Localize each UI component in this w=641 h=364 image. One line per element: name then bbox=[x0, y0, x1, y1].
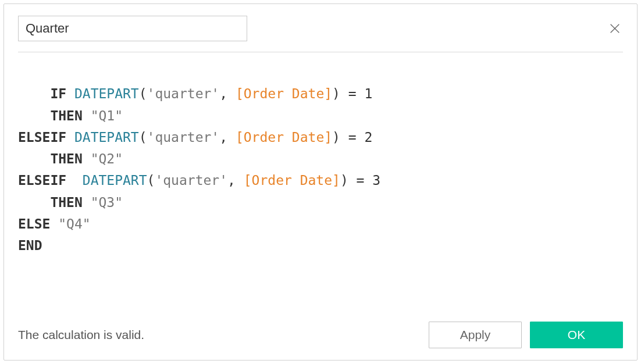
formula-token-plain: , bbox=[219, 86, 236, 101]
formula-token-plain: , bbox=[227, 173, 244, 188]
formula-token-plain: , bbox=[219, 130, 236, 145]
formula-token-plain bbox=[18, 195, 50, 210]
formula-token-kw: END bbox=[18, 238, 42, 253]
button-group: Apply OK bbox=[429, 322, 623, 348]
calculation-dialog: IF DATEPART('quarter', [Order Date]) = 1… bbox=[3, 3, 638, 361]
formula-token-plain bbox=[18, 151, 50, 166]
formula-token-plain bbox=[18, 108, 50, 123]
close-icon bbox=[608, 22, 621, 35]
formula-token-str: "Q4" bbox=[58, 216, 90, 231]
formula-token-kw: ELSE bbox=[18, 216, 58, 231]
formula-token-fn: DATEPART bbox=[83, 173, 147, 188]
formula-token-fn: DATEPART bbox=[74, 86, 139, 101]
formula-token-kw: IF bbox=[50, 86, 74, 101]
close-button[interactable] bbox=[607, 20, 623, 37]
formula-token-str: 'quarter' bbox=[147, 86, 220, 101]
formula-token-str: "Q2" bbox=[91, 151, 123, 166]
formula-token-plain: ) = 2 bbox=[332, 130, 372, 145]
formula-token-str: 'quarter' bbox=[155, 173, 227, 188]
formula-token-kw: THEN bbox=[50, 108, 90, 123]
formula-token-str: "Q3" bbox=[91, 195, 123, 210]
formula-token-field: [Order Date] bbox=[236, 130, 332, 145]
dialog-header bbox=[18, 16, 623, 41]
apply-button[interactable]: Apply bbox=[429, 322, 522, 348]
formula-token-plain: ( bbox=[147, 173, 155, 188]
formula-token-str: "Q1" bbox=[91, 108, 123, 123]
header-divider bbox=[18, 52, 623, 52]
formula-token-field: [Order Date] bbox=[236, 86, 332, 101]
formula-token-str: 'quarter' bbox=[147, 130, 220, 145]
formula-token-field: [Order Date] bbox=[244, 173, 340, 188]
dialog-footer: The calculation is valid. Apply OK bbox=[18, 322, 623, 348]
formula-token-kw: THEN bbox=[50, 151, 90, 166]
formula-token-plain: ) = 1 bbox=[332, 86, 372, 101]
ok-button[interactable]: OK bbox=[530, 322, 623, 348]
formula-token-kw: ELSEIF bbox=[18, 130, 74, 145]
formula-token-plain: ( bbox=[139, 86, 147, 101]
formula-token-plain: ( bbox=[139, 130, 147, 145]
calculation-name-input[interactable] bbox=[18, 16, 247, 41]
formula-token-kw: ELSEIF bbox=[18, 173, 83, 188]
formula-token-kw: THEN bbox=[50, 195, 90, 210]
formula-editor[interactable]: IF DATEPART('quarter', [Order Date]) = 1… bbox=[18, 62, 623, 315]
formula-token-fn: DATEPART bbox=[74, 130, 139, 145]
formula-token-plain: ) = 3 bbox=[340, 173, 380, 188]
validation-status: The calculation is valid. bbox=[18, 328, 144, 342]
